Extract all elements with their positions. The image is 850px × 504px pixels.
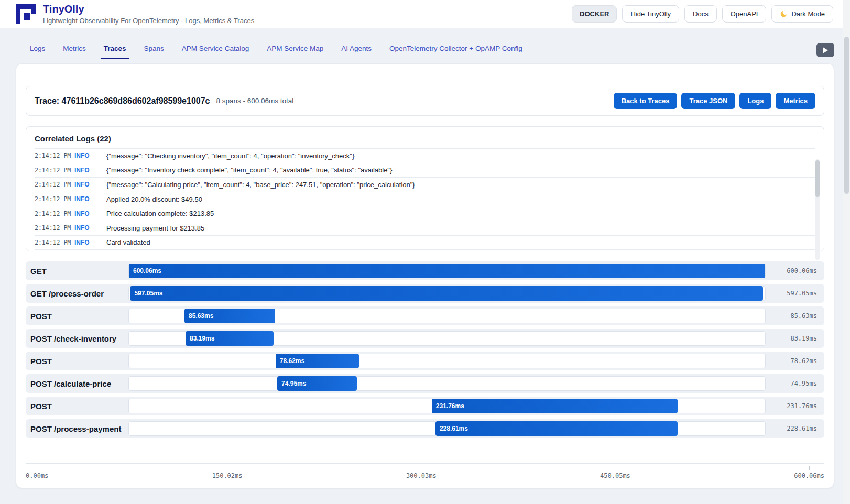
span-duration: 74.95ms (766, 380, 824, 387)
tick-label: 600.06ms (794, 472, 824, 479)
correlated-logs-title: Correlated Logs (22) (35, 134, 815, 148)
log-level-badge: INFO (74, 239, 106, 246)
tick-mark (809, 466, 810, 470)
tick-mark (37, 466, 37, 470)
header-actions: DOCKER Hide TinyOlly Docs OpenAPI Dark M… (572, 5, 833, 23)
span-row-post: POST78.62ms78.62ms (26, 352, 824, 370)
docker-badge: DOCKER (572, 5, 617, 23)
span-bar[interactable]: 83.19ms (186, 331, 274, 346)
span-bar-duration-label: 600.06ms (129, 267, 161, 275)
tick-mark (615, 466, 615, 470)
metrics-button[interactable]: Metrics (776, 93, 815, 109)
span-bar[interactable]: 85.63ms (184, 309, 275, 323)
axis-tick-300-03ms: 300.03ms (406, 466, 437, 479)
app-header: TinyOlly Lightweight Observability For O… (0, 0, 850, 28)
log-scrollbar-thumb[interactable] (815, 160, 820, 197)
span-bar-duration-label: 78.62ms (276, 357, 304, 365)
log-timestamp: 2:14:12 PM (35, 224, 74, 232)
span-bar-duration-label: 74.95ms (277, 380, 306, 387)
span-bar[interactable]: 600.06ms (129, 264, 765, 278)
span-duration: 231.76ms (766, 402, 824, 410)
dark-mode-label: Dark Mode (791, 10, 825, 18)
time-axis: 0.00ms150.02ms300.03ms450.05ms600.06ms (26, 463, 824, 479)
span-duration: 228.61ms (766, 425, 824, 432)
tab-opentelemetry-collector-opamp-config[interactable]: OpenTelemetry Collector + OpAMP Config (388, 40, 524, 59)
log-message: Price calculation complete: $213.85 (106, 210, 815, 217)
tab-spans[interactable]: Spans (143, 40, 165, 59)
tab-logs[interactable]: Logs (29, 40, 46, 59)
span-duration: 597.05ms (766, 290, 824, 297)
axis-tick-0-00ms: 0.00ms (26, 466, 48, 479)
tab-metrics[interactable]: Metrics (62, 40, 87, 59)
span-bar[interactable]: 74.95ms (277, 376, 357, 391)
tinyolly-logo-icon (16, 4, 36, 24)
span-track: 85.63ms (128, 309, 766, 323)
span-waterfall: GET600.06ms600.06msGET /process-order597… (26, 261, 824, 438)
dark-mode-button[interactable]: Dark Mode (771, 5, 833, 23)
log-timestamp: 2:14:12 PM (35, 210, 74, 217)
span-track: 74.95ms (128, 376, 766, 391)
span-track: 83.19ms (128, 331, 766, 346)
play-button[interactable] (816, 43, 834, 57)
logs-button[interactable]: Logs (739, 93, 771, 109)
tick-mark (421, 466, 421, 470)
span-track: 600.06ms (128, 264, 766, 278)
span-bar[interactable]: 228.61ms (435, 421, 678, 436)
trace-header: Trace: 47611b26c869d86d602af98599e1007c … (26, 86, 824, 116)
span-row-post-process-payment: POST /process-payment228.61ms228.61ms (26, 419, 824, 438)
log-timestamp: 2:14:12 PM (35, 195, 74, 203)
log-row: 2:14:12 PMINFOCard validated (35, 236, 815, 250)
log-row: 2:14:12 PMINFOProcessing payment for $21… (35, 221, 815, 236)
log-message: {"message": "Calculating price", "item_c… (106, 181, 815, 189)
tab-apm-service-map[interactable]: APM Service Map (266, 40, 324, 59)
trace-json-button[interactable]: Trace JSON (681, 93, 735, 109)
tick-label: 450.05ms (600, 472, 630, 479)
hide-tinyolly-button[interactable]: Hide TinyOlly (622, 5, 679, 23)
log-list[interactable]: 2:14:12 PMINFO{"message": "Checking inve… (35, 148, 815, 251)
span-duration: 83.19ms (766, 335, 824, 342)
page-scrollbar-thumb[interactable] (844, 37, 849, 194)
tab-apm-service-catalog[interactable]: APM Service Catalog (181, 40, 250, 59)
span-bar[interactable]: 597.05ms (130, 286, 763, 301)
axis-tick-150-02ms: 150.02ms (212, 466, 243, 479)
span-track: 231.76ms (128, 399, 766, 413)
span-bar-duration-label: 228.61ms (435, 425, 468, 432)
span-bar-duration-label: 85.63ms (184, 312, 213, 320)
span-bar-duration-label: 83.19ms (186, 335, 214, 342)
span-name: GET (26, 267, 128, 276)
tab-ai-agents[interactable]: AI Agents (340, 40, 373, 59)
log-timestamp: 2:14:12 PM (35, 239, 74, 246)
span-name: POST /process-payment (26, 424, 128, 433)
span-duration: 78.62ms (766, 357, 824, 365)
docs-button[interactable]: Docs (684, 5, 717, 23)
span-track: 78.62ms (128, 354, 766, 368)
span-bar[interactable]: 231.76ms (432, 399, 678, 413)
tab-bar: LogsMetricsTracesSpansAPM Service Catalo… (16, 40, 807, 59)
tab-traces[interactable]: Traces (103, 40, 127, 59)
correlated-logs-panel: Correlated Logs (22) 2:14:12 PMINFO{"mes… (26, 126, 824, 251)
page-scrollbar-track[interactable] (843, 0, 850, 504)
log-message: {"message": "Inventory check complete", … (106, 166, 815, 174)
tick-label: 300.03ms (406, 472, 437, 479)
log-message: {"message": "Checking inventory", "item_… (106, 152, 815, 160)
tick-label: 150.02ms (212, 472, 243, 479)
span-row-post-check-inventory: POST /check-inventory83.19ms83.19ms (26, 329, 824, 348)
span-name: POST /check-inventory (26, 334, 128, 343)
log-row: 2:14:12 PMINFOApplied 20.0% discount: $4… (35, 192, 815, 207)
trace-summary: 8 spans - 600.06ms total (216, 97, 294, 105)
span-row-get-process-order: GET /process-order597.05ms597.05ms (26, 284, 824, 303)
span-bar[interactable]: 78.62ms (276, 354, 359, 368)
log-timestamp: 2:14:12 PM (35, 152, 74, 159)
openapi-button[interactable]: OpenAPI (722, 5, 767, 23)
log-message: Processing payment for $213.85 (106, 224, 815, 232)
back-to-traces-button[interactable]: Back to Traces (614, 93, 678, 109)
log-message: Card validated (106, 238, 815, 246)
log-row: 2:14:12 PMINFO{"message": "Calculating p… (35, 178, 815, 192)
log-level-badge: INFO (74, 224, 106, 232)
span-track: 597.05ms (128, 286, 766, 301)
span-name: POST (26, 402, 128, 411)
span-bar-duration-label: 231.76ms (432, 402, 464, 410)
log-row: 2:14:12 PMINFOPrice calculation complete… (35, 206, 815, 221)
log-scrollbar-track[interactable] (815, 159, 820, 260)
app-title: TinyOlly (43, 3, 254, 15)
